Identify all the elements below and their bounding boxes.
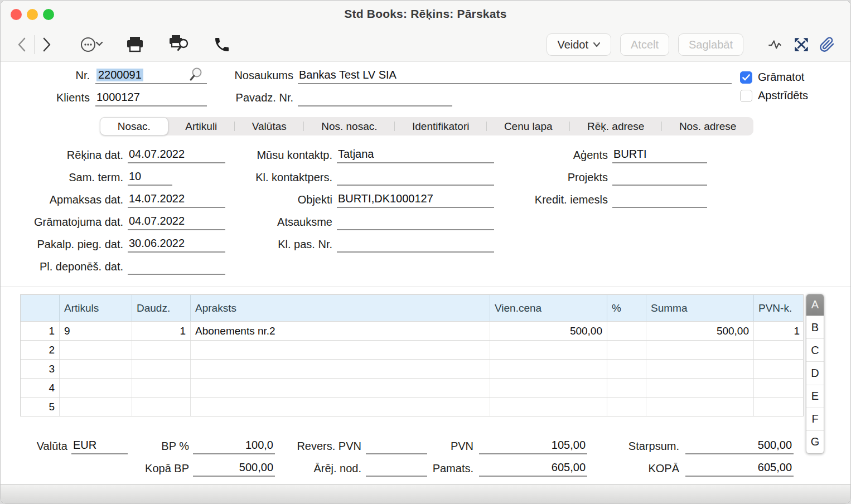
client-field[interactable]: 1000127 [95,89,207,106]
flip-tab-d[interactable]: D [806,361,824,384]
row-number-cell[interactable]: 5 [21,398,60,416]
bp-percent-field[interactable]: 100,0 [193,437,275,454]
activity-button[interactable] [767,33,784,56]
tab-nos-nosac[interactable]: Nos. nosac. [304,117,394,135]
apraksts-cell[interactable] [191,379,490,397]
row-number-cell[interactable]: 4 [21,379,60,397]
pvnk-cell[interactable]: 1 [754,322,804,340]
payment-term-field[interactable]: 10 [128,170,172,186]
artikuls-cell[interactable] [60,398,132,416]
pvnk-cell[interactable] [754,379,804,397]
agent-field[interactable]: BURTI [612,148,707,163]
daudz-cell[interactable] [132,379,191,397]
disputed-checkbox[interactable] [740,90,752,102]
flip-tab-c[interactable]: C [806,338,824,361]
invoice-number-field[interactable]: 2200091 [95,66,207,84]
apraksts-cell[interactable]: Abonements nr.2 [191,322,490,340]
artikuls-cell[interactable] [60,360,132,378]
ok-checkbox-row[interactable]: Grāmatot [740,71,804,84]
client-contact-field[interactable] [337,183,494,186]
flip-tab-f[interactable]: F [806,408,824,430]
summa-cell[interactable] [646,360,754,378]
pct-cell[interactable] [607,398,646,416]
grand-total-field[interactable]: 605,00 [685,459,794,477]
tab-valutas[interactable]: Valūtas [235,117,303,135]
name-field[interactable]: Bankas Test LV SIA [298,66,732,84]
items-table-header: Artikuls Daudz. Apraksts Vien.cena % Sum… [21,295,803,321]
row-number-cell[interactable]: 1 [21,322,60,340]
expand-button[interactable] [794,33,809,56]
phone-button[interactable] [213,33,231,56]
summa-cell[interactable] [646,398,754,416]
row-number-cell[interactable]: 3 [21,360,60,378]
summa-cell[interactable] [646,341,754,359]
daudz-cell[interactable] [132,360,191,378]
paste-special-search-icon[interactable] [189,67,204,83]
back-button[interactable] [13,35,32,55]
vat-field[interactable]: 105,00 [479,437,587,454]
subtotal-field[interactable]: 500,00 [685,437,794,454]
cancel-button[interactable]: Atcelt [620,33,669,56]
flip-tab-b[interactable]: B [806,316,824,338]
ok-checkbox[interactable] [740,71,752,84]
tab-rek-adrese[interactable]: Rēķ. adrese [570,117,661,135]
tab-identifikatori[interactable]: Identifikatori [395,117,486,135]
flip-tab-g[interactable]: G [806,430,824,453]
viencena-cell[interactable] [490,341,607,359]
daudz-cell[interactable] [132,398,191,416]
tab-artikuli[interactable]: Artikuli [168,117,234,135]
artikuls-cell[interactable]: 9 [60,322,132,340]
viencena-cell[interactable] [490,360,607,378]
pct-cell[interactable] [607,341,646,359]
pvnk-cell[interactable] [754,398,804,416]
apraksts-cell[interactable] [191,360,490,378]
daudz-cell[interactable]: 1 [132,322,191,340]
pvnk-cell[interactable] [754,341,804,359]
row-number-cell[interactable]: 2 [21,341,60,359]
pct-cell[interactable] [607,322,646,340]
project-field[interactable] [612,183,707,186]
disputed-checkbox-row[interactable]: Apstrīdēts [740,89,808,102]
print-preview-button[interactable] [167,33,191,56]
transaction-date-field[interactable]: 04.07.2022 [128,215,225,230]
viencena-cell[interactable] [490,379,607,397]
waybill-field[interactable] [298,89,452,106]
record-menu-button[interactable] [80,33,103,56]
currency-field[interactable]: EUR [71,437,128,454]
attachments-button[interactable] [819,33,835,56]
create-button[interactable]: Veidot [547,33,611,56]
tab-nos-adrese[interactable]: Nos. adrese [662,117,753,135]
flip-tab-a[interactable]: A [806,294,824,316]
invoice-date-field[interactable]: 04.07.2022 [128,148,225,163]
apraksts-cell[interactable] [191,341,490,359]
our-contact-field[interactable]: Tatjana [337,148,494,163]
pct-cell[interactable] [607,360,646,378]
client-order-number-field[interactable] [337,250,494,253]
artikuls-cell[interactable] [60,379,132,397]
total-bp-field[interactable]: 500,00 [193,459,275,477]
base-field[interactable]: 605,00 [479,459,587,477]
apraksts-cell[interactable] [191,398,490,416]
summa-cell[interactable]: 500,00 [646,322,754,340]
credit-reason-field[interactable] [612,205,707,208]
table-row: 5 [21,397,803,416]
print-button[interactable] [125,33,145,56]
daudz-cell[interactable] [132,341,191,359]
save-button[interactable]: Saglabāt [678,33,743,56]
service-delivery-date-field[interactable]: 30.06.2022 [128,237,225,253]
forward-button[interactable] [37,35,56,55]
artikuls-cell[interactable] [60,341,132,359]
pct-cell[interactable] [607,379,646,397]
tab-nosac[interactable]: Nosac. [100,117,168,135]
viencena-cell[interactable] [490,398,607,416]
viencena-cell[interactable]: 500,00 [490,322,607,340]
planned-deposit-date-field[interactable] [128,272,225,275]
tab-cenu-lapa[interactable]: Cenu lapa [487,117,569,135]
pvnk-cell[interactable] [754,360,804,378]
summa-cell[interactable] [646,379,754,397]
reference-field[interactable] [337,227,494,230]
flip-tab-e[interactable]: E [806,385,824,408]
objects-field[interactable]: BURTI,DK1000127 [337,192,494,208]
due-date-field[interactable]: 14.07.2022 [128,192,225,208]
chevron-left-icon [16,36,28,53]
